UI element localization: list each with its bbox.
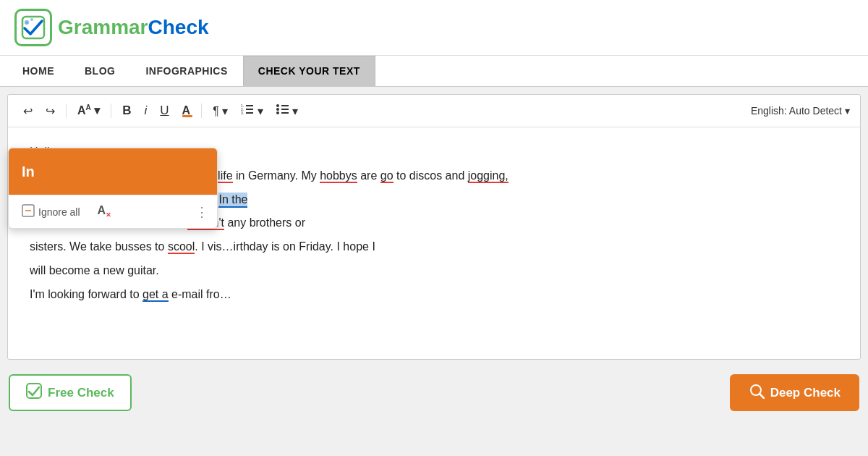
nav-check-text[interactable]: CHECK YOUR TEXT [243,56,375,86]
paragraph-6: I'm looking forward to get a e-mail fro… [30,284,838,305]
error-scool[interactable]: scool [168,240,195,254]
deep-check-icon [749,383,765,402]
undo-button[interactable]: ↩ [18,101,38,121]
paragraph-button[interactable]: ¶ ▾ [208,101,233,121]
language-arrow: ▾ [845,105,850,117]
svg-point-12 [276,104,279,107]
error-life[interactable]: life [218,169,232,183]
text-editor[interactable]: Hello, My name is Susan. I'm forteen and… [8,127,860,359]
svg-point-2 [30,18,33,21]
editor-container: ↩ ↪ AA ▾ B i U A ¶ ▾ 1.2.3. ▾ ▾ English:… [7,94,861,360]
nav-blog[interactable]: BLOG [69,56,130,86]
nav-bar: HOME BLOG INFOGRAPHICS CHECK YOUR TEXT [0,56,868,87]
toolbar-divider-1 [66,104,67,118]
more-options-button[interactable]: ⋮ [195,204,208,220]
free-check-icon [26,383,42,402]
footer: Free Check Deep Check [0,367,868,418]
svg-point-1 [25,20,29,25]
list-ordered-button[interactable]: 1.2.3. ▾ [236,101,268,121]
logo-grammar: Grammar [58,16,148,38]
svg-point-13 [276,108,279,111]
paragraph-4: sisters. We take busses to scool. I vis…… [30,237,838,258]
language-selector[interactable]: English: Auto Detect ▾ [751,105,850,117]
paragraph-5: will become a new guitar. [30,261,838,282]
free-check-label: Free Check [48,386,114,400]
nav-infographics[interactable]: INFOGRAPHICS [130,56,242,86]
svg-point-14 [276,111,279,114]
error-go[interactable]: go [380,169,393,183]
logo-icon [14,9,52,46]
error-in-the[interactable]: In the [218,193,247,208]
logo-text: GrammarCheck [58,16,209,39]
language-label: English: Auto Detect [751,105,842,117]
toolbar-divider-2 [111,104,111,118]
header: GrammarCheck [0,0,868,56]
svg-text:3.: 3. [241,111,244,115]
font-size-button[interactable]: AA ▾ [72,101,105,120]
popup-wrapper: In the [218,193,247,206]
redo-button[interactable]: ↪ [41,101,60,121]
underline-button[interactable]: U [155,101,174,121]
italic-button[interactable]: i [140,101,153,121]
ignore-icon [22,204,35,219]
highlight-button[interactable]: A [177,101,196,120]
suggestion-actions: Ignore all A✕ ⋮ [9,195,217,228]
svg-line-19 [760,394,764,398]
bold-button[interactable]: B [117,101,136,121]
ignore-all-button[interactable]: Ignore all [17,201,85,222]
free-check-button[interactable]: Free Check [9,374,132,411]
toolbar: ↩ ↪ AA ▾ B i U A ¶ ▾ 1.2.3. ▾ ▾ English:… [8,95,860,127]
error-get-a[interactable]: get a [142,288,169,302]
error-jogging[interactable]: jogging, [468,169,509,183]
nav-home[interactable]: HOME [7,56,69,86]
list-unordered-button[interactable]: ▾ [271,101,303,121]
suggestion-popup: In Ignore all A✕ ⋮ [8,148,218,229]
suggestion-text[interactable]: In [9,148,217,195]
font-correction-icon: A✕ [98,204,112,219]
error-hobbys[interactable]: hobbys [320,169,357,183]
logo: GrammarCheck [14,9,209,46]
toolbar-divider-3 [201,104,202,118]
deep-check-button[interactable]: Deep Check [730,374,859,411]
logo-check: Check [148,16,209,38]
ignore-all-label: Ignore all [38,206,80,218]
deep-check-label: Deep Check [770,386,841,400]
font-correction-button[interactable]: A✕ [93,201,116,221]
svg-rect-0 [22,17,44,38]
